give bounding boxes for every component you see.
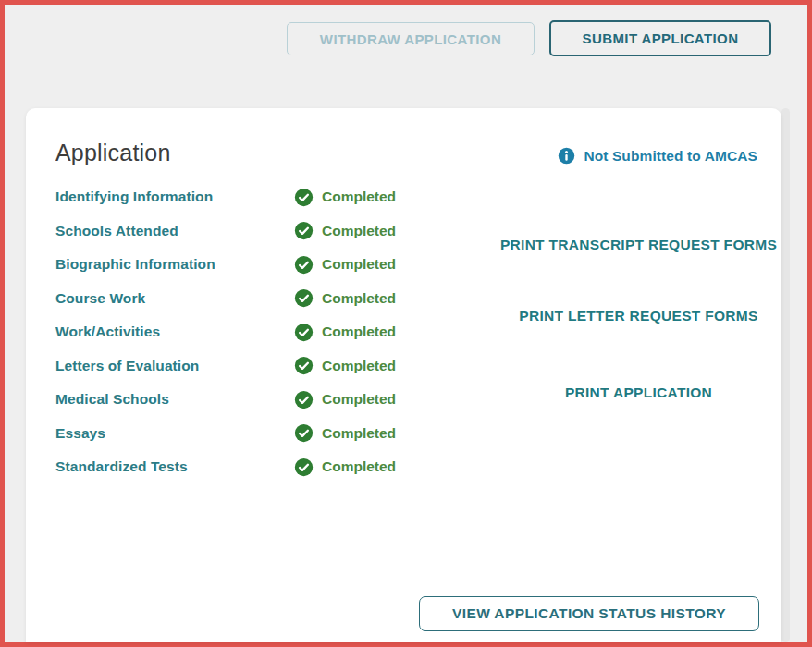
check-circle-icon [294,323,314,342]
section-link[interactable]: Schools Attended [55,223,294,239]
check-circle-icon [294,390,314,409]
section-status-text: Completed [322,458,396,475]
section-link[interactable]: Medical Schools [55,391,294,408]
section-status-badge: Completed [294,323,396,342]
section-link[interactable]: Biographic Information [55,256,294,273]
section-row: Essays Completed [55,417,490,451]
section-link[interactable]: Course Work [55,290,294,307]
section-status-badge: Completed [294,288,396,308]
section-row: Course Work Completed [55,282,490,316]
section-row: Letters of Evaluation Completed [55,349,490,384]
print-letter-request-forms-link[interactable]: PRINT LETTER REQUEST FORMS [493,303,784,329]
section-status-badge: Completed [294,390,396,409]
withdraw-application-button[interactable]: WITHDRAW APPLICATION [287,22,535,55]
section-status-text: Completed [322,391,396,408]
section-status-badge: Completed [294,356,396,375]
check-circle-icon [294,288,314,308]
check-circle-icon [294,255,314,275]
section-status-text: Completed [322,223,396,239]
section-status-text: Completed [322,425,396,442]
section-status-text: Completed [322,358,396,374]
check-circle-icon [294,356,314,375]
section-row: Work/Activities Completed [55,315,490,349]
section-status-badge: Completed [294,458,396,477]
section-row: Standardized Tests Completed [55,450,490,484]
page-title: Application [55,140,171,166]
section-link[interactable]: Essays [55,425,294,442]
print-transcript-request-forms-link[interactable]: PRINT TRANSCRIPT REQUEST FORMS [493,232,784,258]
check-circle-icon [294,423,314,443]
section-row: Biographic Information Completed [55,248,490,282]
section-link[interactable]: Identifying Information [55,189,294,205]
check-circle-icon [294,221,314,240]
application-status-page: WITHDRAW APPLICATION SUBMIT APPLICATION … [0,0,812,647]
section-status-badge: Completed [294,221,396,240]
section-status-badge: Completed [294,255,396,275]
section-status-text: Completed [322,290,396,307]
section-link[interactable]: Letters of Evaluation [55,358,294,374]
view-application-status-history-button[interactable]: VIEW APPLICATION STATUS HISTORY [419,596,759,631]
section-link[interactable]: Work/Activities [55,324,294,340]
section-row: Schools Attended Completed [55,214,490,249]
print-application-link[interactable]: PRINT APPLICATION [493,380,784,406]
submit-application-button[interactable]: SUBMIT APPLICATION [549,20,771,56]
section-row: Identifying Information Completed [55,180,490,214]
print-links-column: PRINT TRANSCRIPT REQUEST FORMS PRINT LET… [493,108,784,642]
section-status-text: Completed [322,324,396,340]
section-status-text: Completed [322,256,396,273]
section-status-text: Completed [322,189,396,205]
check-circle-icon [294,458,314,477]
sections-list: Identifying Information Completed School… [55,180,490,484]
check-circle-icon [294,188,314,207]
section-status-badge: Completed [294,423,396,443]
section-status-badge: Completed [294,188,396,207]
application-card: Application Not Submitted to AMCAS Ident… [26,108,781,642]
section-row: Medical Schools Completed [55,383,490,417]
section-link[interactable]: Standardized Tests [55,458,294,475]
